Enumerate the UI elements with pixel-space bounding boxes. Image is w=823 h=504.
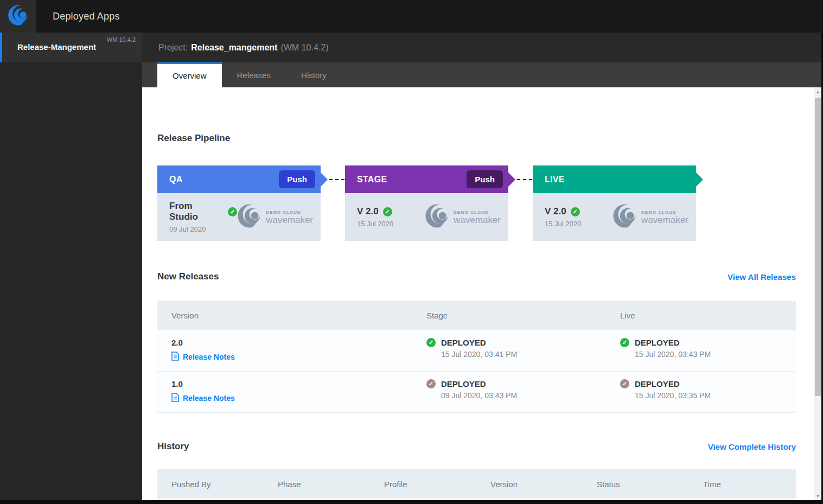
stage-card-header: STAGE Push: [345, 165, 508, 193]
status-badge: DEPLOYED: [635, 338, 711, 347]
table-row: 2.0 Release Notes: [157, 330, 796, 371]
column-header-stage: Stage: [412, 311, 606, 320]
qa-push-button[interactable]: Push: [279, 170, 315, 188]
pipeline-card-stage: STAGE Push V 2.0 ✓ 15 Jul 2020: [345, 165, 508, 241]
live-card-header: LIVE: [533, 165, 696, 193]
top-bar: Deployed Apps: [0, 0, 823, 33]
wavemaker-logo-icon: [8, 4, 29, 28]
release-notes-link[interactable]: Release Notes: [171, 352, 412, 362]
stage-stage-name: STAGE: [357, 175, 387, 184]
wavemaker-label: wavemaker: [266, 215, 313, 225]
tab-bar: Overview Releases History: [142, 62, 823, 87]
tab-releases[interactable]: Releases: [222, 62, 286, 87]
release-version: 2.0: [171, 338, 412, 347]
qa-version: From Studio: [169, 201, 224, 222]
pipeline-connector-qa-stage: [329, 179, 344, 180]
history-table-header: Pushed By Phase Profile Version Status T…: [157, 469, 796, 499]
document-icon: [171, 393, 179, 404]
demo-cloud-label: DEMO CLOUD: [454, 210, 501, 215]
status-badge: DEPLOYED: [635, 379, 711, 388]
column-header-live: Live: [606, 311, 796, 320]
wavemaker-label: wavemaker: [641, 215, 688, 225]
wavemaker-wave-icon: [237, 203, 262, 231]
live-card-body: V 2.0 ✓ 15 Jul 2020: [533, 193, 696, 241]
new-releases-table-header: Version Stage Live: [157, 301, 796, 330]
live-version: V 2.0: [545, 206, 566, 217]
live-success-check-icon: ✓: [571, 207, 580, 216]
pipeline-card-live: LIVE V 2.0 ✓ 15 Jul 2020: [533, 165, 696, 241]
column-header-status: Status: [583, 480, 689, 489]
live-date: 15 Jul 2020: [545, 220, 581, 228]
release-notes-link[interactable]: Release Notes: [171, 393, 412, 404]
status-time: 15 Jul 2020, 03:41 PM: [441, 350, 517, 359]
stage-card-body: V 2.0 ✓ 15 Jul 2020: [345, 193, 508, 241]
live-stage-name: LIVE: [545, 175, 565, 184]
scrollbar-up-arrow-icon[interactable]: ▲: [814, 87, 821, 96]
new-releases-table: Version Stage Live 2.0: [157, 301, 796, 413]
status-badge: DEPLOYED: [441, 379, 517, 388]
pipeline-card-qa: QA Push From Studio ✓ 09 Jul 2020: [157, 165, 321, 241]
stage-push-button[interactable]: Push: [467, 170, 503, 188]
column-header-pushed-by: Pushed By: [157, 480, 264, 489]
stage-version: V 2.0: [357, 206, 379, 217]
wavemaker-wave-icon: [425, 203, 450, 231]
demo-cloud-wavemaker-logo: DEMO CLOUD wavemaker: [613, 203, 688, 231]
qa-card-body: From Studio ✓ 09 Jul 2020: [157, 193, 321, 241]
wavemaker-logo-tile[interactable]: [0, 0, 36, 33]
project-version: (WM 10.4.2): [280, 43, 328, 53]
pipeline-cards: QA Push From Studio ✓ 09 Jul 2020: [157, 165, 796, 241]
sidebar-item-release-management[interactable]: Release-Mangement WM 10.4.2: [0, 33, 142, 62]
qa-date: 09 Jul 2020: [169, 225, 237, 233]
scrollbar-down-arrow-icon[interactable]: ▼: [814, 492, 821, 500]
demo-cloud-label: DEMO CLOUD: [641, 210, 688, 215]
history-table: Pushed By Phase Profile Version Status T…: [157, 469, 796, 499]
release-notes-label: Release Notes: [183, 353, 235, 361]
demo-cloud-wavemaker-logo: DEMO CLOUD wavemaker: [237, 203, 313, 231]
document-icon: [171, 352, 179, 362]
stage-success-check-icon: ✓: [383, 207, 392, 216]
release-notes-label: Release Notes: [183, 394, 235, 403]
status-badge: DEPLOYED: [441, 338, 517, 347]
sidebar-project-version: WM 10.4.2: [107, 36, 136, 43]
pipeline-connector-stage-live: [517, 179, 532, 180]
live-deployed-check-icon: ✓: [620, 379, 629, 388]
history-title: History: [157, 441, 189, 452]
tab-history[interactable]: History: [286, 62, 342, 87]
overview-content: Release Pipeline QA Push From Studio: [142, 87, 823, 500]
column-header-time: Time: [689, 480, 795, 489]
column-header-version: Version: [476, 480, 583, 489]
window-bottom-edge: [0, 500, 823, 504]
column-header-version: Version: [157, 311, 412, 320]
release-pipeline-title: Release Pipeline: [157, 87, 796, 144]
qa-stage-name: QA: [169, 175, 183, 184]
demo-cloud-wavemaker-logo: DEMO CLOUD wavemaker: [425, 203, 501, 231]
wavemaker-wave-icon: [613, 203, 637, 231]
view-all-releases-link[interactable]: View All Releases: [728, 272, 796, 282]
stage-deployed-check-icon: ✓: [426, 338, 436, 347]
sidebar: Release-Mangement WM 10.4.2: [0, 33, 142, 500]
project-label: Project:: [158, 43, 188, 53]
scrollbar-thumb[interactable]: [815, 98, 821, 396]
app-title: Deployed Apps: [36, 0, 120, 33]
qa-success-check-icon: ✓: [228, 207, 237, 216]
vertical-scrollbar[interactable]: ▲ ▼: [814, 87, 821, 500]
release-version: 1.0: [171, 379, 412, 388]
qa-card-header: QA Push: [157, 165, 321, 193]
project-name: Release_mangement: [191, 43, 277, 53]
status-time: 15 Jul 2020, 03:35 PM: [635, 391, 711, 400]
live-deployed-check-icon: ✓: [620, 338, 629, 347]
column-header-phase: Phase: [264, 480, 370, 489]
demo-cloud-label: DEMO CLOUD: [266, 210, 313, 215]
status-time: 15 Jul 2020, 03:43 PM: [635, 350, 711, 359]
wavemaker-label: wavemaker: [454, 215, 501, 225]
stage-date: 15 Jul 2020: [357, 220, 393, 228]
new-releases-title: New Releases: [157, 271, 219, 282]
sidebar-project-name: Release-Mangement: [17, 42, 96, 52]
view-complete-history-link[interactable]: View Complete History: [708, 442, 796, 451]
tab-overview[interactable]: Overview: [157, 62, 222, 87]
stage-deployed-check-icon: ✓: [426, 379, 436, 388]
project-header: Project: Release_mangement (WM 10.4.2): [142, 33, 823, 62]
table-row: 1.0 Release Notes: [157, 371, 796, 412]
main-area: Project: Release_mangement (WM 10.4.2) O…: [142, 33, 823, 500]
status-time: 09 Jul 2020, 03:43 PM: [441, 391, 517, 400]
